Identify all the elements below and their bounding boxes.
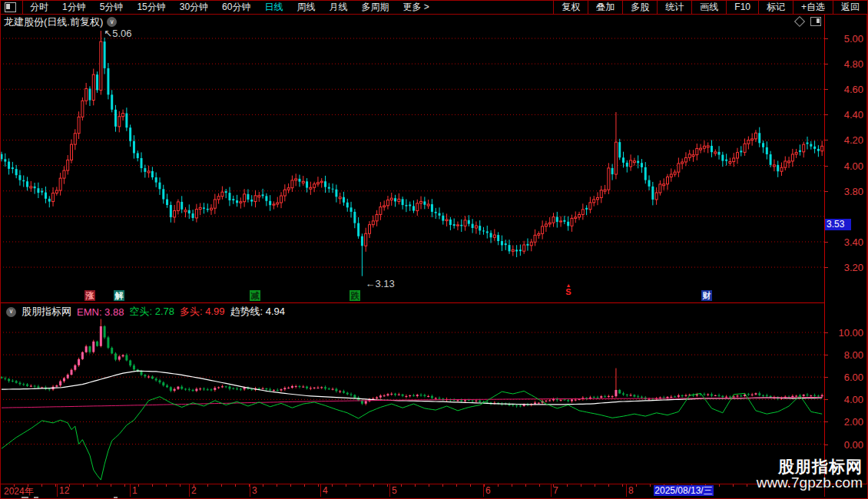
signal-marker-减: 减 — [250, 290, 260, 301]
x-axis-tick — [581, 484, 581, 487]
x-axis-tick — [719, 484, 720, 487]
price-axis-tick — [824, 140, 828, 140]
price-axis-tick — [824, 267, 828, 268]
x-axis-tick — [290, 484, 291, 487]
x-axis-label-7: 7 — [553, 485, 558, 496]
x-axis-tick — [401, 484, 402, 487]
axis-border-line — [824, 15, 825, 496]
x-axis-tick — [346, 484, 346, 487]
menu-button-+自选[interactable]: +自选 — [793, 0, 833, 14]
collapse-icon[interactable]: ∨ — [6, 307, 16, 317]
x-axis-tick — [456, 484, 457, 487]
indicator-svg — [0, 302, 824, 484]
menu-button-统计[interactable]: 统计 — [657, 0, 691, 14]
indicator-axis-tick — [824, 332, 828, 333]
menu-button-多股[interactable]: 多股 — [622, 0, 657, 14]
x-axis-tick — [470, 484, 471, 487]
x-axis-tick — [304, 484, 305, 487]
main-kline-chart[interactable] — [0, 29, 824, 302]
current-price-badge: 3.53 — [825, 219, 851, 230]
indicator-axis-label-4.00: 4.00 — [828, 394, 863, 405]
menu-item-60分钟[interactable]: 60分钟 — [215, 0, 257, 14]
indicator-axis-tick — [824, 421, 828, 422]
menu-button-画线[interactable]: 画线 — [691, 0, 726, 14]
x-axis-tick — [111, 484, 111, 487]
chart-title: 龙建股份(日线.前复权) — [4, 15, 103, 29]
price-axis-label-3.40: 3.40 — [828, 236, 863, 248]
diamond-icon[interactable] — [794, 16, 805, 27]
price-axis-tick — [824, 64, 828, 64]
price-axis-tick — [824, 89, 828, 90]
x-axis-tick — [55, 484, 56, 487]
indicator-axis-tick — [824, 377, 828, 378]
x-axis-tick — [387, 484, 388, 487]
menu-item-15分钟[interactable]: 15分钟 — [130, 0, 172, 14]
menu-item-30分钟[interactable]: 30分钟 — [173, 0, 215, 14]
indicator-axis-label-8.00: 8.00 — [828, 349, 863, 361]
menu-item-多周期[interactable]: 多周期 — [354, 0, 396, 14]
x-axis-tick — [138, 484, 139, 487]
indicator-chart[interactable] — [0, 302, 824, 484]
watermark: 股朋指标网 www.7gpzb.com — [757, 458, 863, 491]
menu-button-返回[interactable]: 返回 — [833, 0, 867, 14]
menu-button-F10[interactable]: F10 — [726, 0, 758, 14]
right-border-line — [866, 15, 867, 496]
menu-button-复权[interactable]: 复权 — [553, 0, 588, 14]
indicator-long-value: 多头: 4.99 — [180, 305, 225, 319]
x-axis-tick — [152, 484, 153, 487]
x-axis-cell-border — [130, 484, 131, 497]
x-axis-tick — [525, 484, 526, 487]
price-axis-label-4.40: 4.40 — [828, 109, 863, 121]
price-axis-label-4.80: 4.80 — [828, 58, 863, 70]
signal-marker-解: 解 — [114, 290, 124, 301]
signal-marker-S: ▲S — [563, 283, 574, 296]
x-axis-label-2: 2 — [191, 485, 197, 496]
menu-button-标记[interactable]: 标记 — [758, 0, 793, 14]
price-axis-label-4.20: 4.20 — [828, 134, 863, 146]
x-axis-label-3: 3 — [252, 485, 257, 496]
x-axis-tick — [567, 484, 568, 487]
menu-item-更多 >[interactable]: 更多 > — [396, 0, 436, 14]
indicator-trend-value: 趋势线: 4.94 — [230, 305, 285, 319]
x-axis-cell-border — [389, 484, 390, 497]
x-axis-tick — [650, 484, 651, 487]
price-axis-tick — [824, 242, 828, 243]
title-icons — [796, 17, 821, 26]
x-axis-tick — [180, 484, 181, 487]
x-axis-tick — [97, 484, 98, 487]
x-axis-tick — [332, 484, 333, 487]
x-axis-cell-border — [483, 484, 484, 497]
layout-toggle-icon[interactable] — [5, 2, 16, 12]
menu-item-5分钟[interactable]: 5分钟 — [93, 0, 131, 14]
x-axis-tick — [83, 484, 84, 487]
watermark-url: www.7gpzb.com — [757, 475, 863, 491]
indicator-axis-label-0.00: 0.00 — [828, 439, 863, 451]
menu-item-日线[interactable]: 日线 — [257, 0, 290, 14]
x-axis-tick — [207, 484, 208, 487]
menu-item-分时[interactable]: 分时 — [23, 0, 55, 14]
x-axis-label-5: 5 — [392, 485, 397, 496]
indicator-line-空头 — [2, 391, 822, 480]
price-axis-label-3.80: 3.80 — [828, 186, 863, 197]
menu-button-叠加[interactable]: 叠加 — [588, 0, 622, 14]
signal-marker-涨: 涨 — [84, 290, 95, 301]
x-axis-tick — [498, 484, 499, 487]
x-axis-tick — [442, 484, 443, 487]
titlebar: 龙建股份(日线.前复权) ∨ — [0, 15, 824, 29]
x-axis-tick — [318, 484, 319, 487]
menu-item-周线[interactable]: 周线 — [290, 0, 322, 14]
menu-left-group: 分时1分钟5分钟15分钟30分钟60分钟日线周线月线多周期更多 > — [0, 0, 436, 14]
x-axis-tick — [429, 484, 429, 487]
up-candles — [30, 31, 823, 256]
price-axis-tick — [824, 38, 828, 39]
chevron-down-icon[interactable]: ∨ — [107, 17, 117, 27]
indicator-short-value: 空头: 2.78 — [129, 305, 174, 319]
pane-toggle-icon[interactable] — [810, 17, 821, 26]
indicator-site-label: 股朋指标网 — [22, 305, 71, 319]
indicator-axis-tick — [824, 399, 828, 400]
menu-right-group: 复权叠加多股统计画线F10标记+自选返回 — [553, 0, 867, 14]
menu-item-月线[interactable]: 月线 — [322, 0, 354, 14]
x-axis-cell-border — [551, 484, 552, 497]
menu-item-1分钟[interactable]: 1分钟 — [55, 0, 93, 14]
panel-separator — [0, 302, 824, 303]
